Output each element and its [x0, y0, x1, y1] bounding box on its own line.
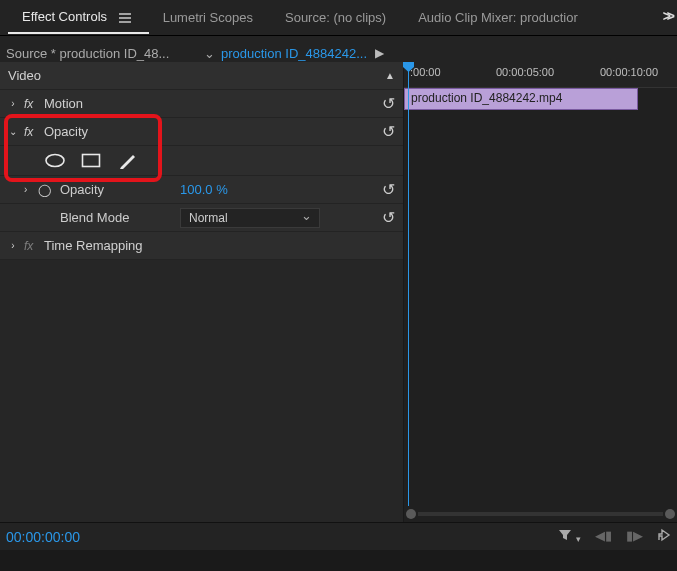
chevron-down-icon[interactable]: ⌄ [6, 126, 20, 137]
opacity-param-label: Opacity [60, 182, 180, 197]
clip-bar[interactable]: production ID_4884242.mp4 [404, 88, 638, 110]
tab-audio-mixer[interactable]: Audio Clip Mixer: productior [404, 2, 584, 33]
blend-mode-label: Blend Mode [60, 210, 180, 225]
time-remapping-row[interactable]: › fx Time Remapping [0, 232, 403, 260]
playhead[interactable] [408, 62, 409, 506]
panel-menu-icon[interactable] [119, 11, 131, 26]
reset-icon[interactable]: ↺ [382, 180, 395, 199]
source-dropdown-icon[interactable]: ⌄ [198, 46, 221, 61]
reset-icon[interactable]: ↺ [382, 208, 395, 227]
collapse-up-icon[interactable]: ▲ [385, 70, 395, 81]
timecode[interactable]: 00:00:00:00 [6, 529, 80, 545]
blend-mode-select[interactable]: Normal [180, 208, 320, 228]
video-effects-header[interactable]: Video ▲ [0, 62, 403, 90]
blend-mode-row: › ◯ Blend Mode Normal ↺ [0, 204, 403, 232]
chevron-right-icon[interactable]: › [24, 184, 38, 195]
source-clip-link[interactable]: production ID_4884242... [221, 46, 367, 61]
tab-source[interactable]: Source: (no clips) [271, 2, 404, 33]
sync-play-icon[interactable]: ▶ [375, 46, 384, 60]
opacity-value[interactable]: 100.0 % [180, 182, 228, 197]
step-forward-icon[interactable]: ▮▶ [626, 528, 643, 545]
empty-area [0, 260, 403, 522]
chevron-right-icon[interactable]: › [6, 98, 20, 109]
pen-mask-icon[interactable] [116, 152, 138, 170]
tab-lumetri-label: Lumetri Scopes [163, 10, 253, 25]
effect-list-panel: Video ▲ › fx Motion ↺ ⌄ fx Opacity ↺ [0, 62, 404, 522]
tab-lumetri-scopes[interactable]: Lumetri Scopes [149, 2, 271, 33]
time-ruler[interactable]: :00:00 00:00:05:00 00:00:10:00 [404, 62, 677, 88]
opacity-label: Opacity [44, 124, 88, 139]
rectangle-mask-icon[interactable] [80, 152, 102, 170]
mask-tools-row [0, 146, 403, 176]
chevron-right-icon[interactable]: › [6, 240, 20, 251]
svg-point-0 [46, 155, 64, 167]
reset-icon[interactable]: ↺ [382, 94, 395, 113]
reset-icon[interactable]: ↺ [382, 122, 395, 141]
stopwatch-icon[interactable]: ◯ [38, 183, 54, 197]
tab-overflow-icon[interactable]: >> [663, 8, 671, 24]
time-tick: 00:00:05:00 [496, 66, 554, 78]
filter-icon[interactable]: ▾ [558, 528, 581, 545]
motion-label: Motion [44, 96, 83, 111]
video-header-label: Video [8, 68, 41, 83]
tab-effect-controls[interactable]: Effect Controls [8, 1, 149, 33]
ellipse-mask-icon[interactable] [44, 152, 66, 170]
motion-effect-row[interactable]: › fx Motion ↺ [0, 90, 403, 118]
fx-badge-icon[interactable]: fx [24, 125, 40, 139]
time-tick: :00:00 [410, 66, 441, 78]
tab-effect-controls-label: Effect Controls [22, 9, 107, 24]
time-remapping-label: Time Remapping [44, 238, 143, 253]
horizontal-scrollbar[interactable] [404, 508, 677, 520]
scroll-knob-left[interactable] [406, 509, 416, 519]
source-master-label: Source * production ID_48... [4, 46, 198, 61]
scroll-track[interactable] [418, 512, 663, 516]
tab-audio-mixer-label: Audio Clip Mixer: productior [418, 10, 578, 25]
fx-badge-icon[interactable]: fx [24, 239, 40, 253]
timeline-panel: :00:00 00:00:05:00 00:00:10:00 productio… [404, 62, 677, 522]
svg-rect-1 [83, 155, 100, 167]
step-back-icon[interactable]: ◀▮ [595, 528, 612, 545]
fx-badge-icon[interactable]: fx [24, 97, 40, 111]
opacity-param-row: › ◯ Opacity 100.0 % ↺ [0, 176, 403, 204]
tab-source-label: Source: (no clips) [285, 10, 386, 25]
time-tick: 00:00:10:00 [600, 66, 658, 78]
scroll-knob-right[interactable] [665, 509, 675, 519]
export-frame-icon[interactable] [657, 528, 671, 545]
opacity-effect-row[interactable]: ⌄ fx Opacity ↺ [0, 118, 403, 146]
